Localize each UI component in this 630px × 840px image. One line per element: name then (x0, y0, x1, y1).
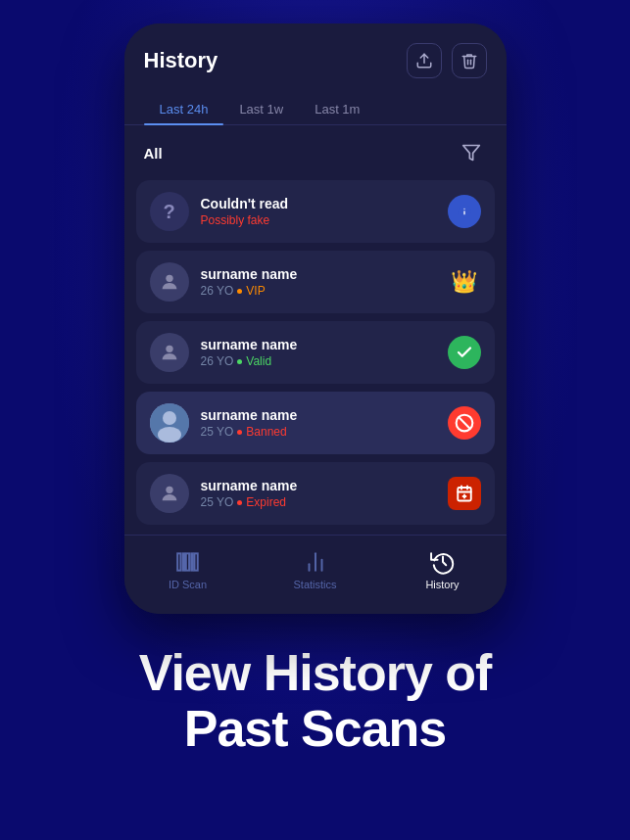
banned-icon (455, 413, 474, 433)
scan-name-4: surname name (201, 407, 298, 423)
scan-name-1: Couldn't read (201, 196, 289, 211)
svg-rect-20 (182, 553, 184, 570)
person-icon-3 (159, 342, 180, 363)
svg-rect-23 (194, 553, 197, 570)
status-icon-5 (448, 477, 481, 510)
scan-name-5: surname name (201, 478, 298, 493)
scan-status-4: Banned (246, 425, 286, 439)
filter-label: All (144, 145, 163, 162)
scan-status-3: Valid (246, 354, 271, 368)
svg-rect-21 (185, 553, 188, 570)
scan-item-2[interactable]: surname name 26 YO VIP 👑 (136, 251, 495, 313)
scan-item-5[interactable]: surname name 25 YO Expired (136, 462, 495, 525)
person-icon-5 (159, 483, 180, 504)
status-icon-4 (448, 406, 481, 440)
status-icon-1 (448, 195, 481, 228)
scan-item-4[interactable]: surname name 25 YO Banned (136, 392, 495, 454)
scan-status-5: Expired (246, 495, 286, 509)
nav-label-id-scan: ID Scan (169, 579, 207, 590)
svg-point-9 (158, 427, 181, 443)
nav-label-statistics: Statistics (293, 579, 336, 590)
svg-point-12 (166, 487, 172, 493)
nav-label-history: History (425, 579, 459, 590)
svg-point-6 (166, 346, 172, 352)
expired-icon (456, 485, 473, 502)
promo-text: View History of Past Scans (100, 645, 531, 757)
svg-rect-19 (177, 553, 180, 570)
nav-statistics[interactable]: Statistics (252, 545, 379, 594)
barcode-icon (175, 549, 201, 575)
header-icons (407, 43, 487, 78)
svg-line-11 (459, 417, 470, 429)
scan-name-2: surname name (201, 266, 298, 282)
avatar-1: ? (150, 192, 189, 231)
history-icon (430, 549, 456, 575)
upload-icon (415, 52, 433, 70)
app-header: History (124, 23, 507, 86)
page-wrapper: History (0, 0, 630, 840)
avatar-3 (150, 333, 189, 372)
filter-icon (461, 143, 481, 163)
svg-point-5 (166, 275, 172, 282)
scan-list: ? Couldn't read Possibly fake (124, 180, 507, 525)
info-icon (457, 204, 472, 219)
tab-last-24h[interactable]: Last 24h (144, 94, 224, 124)
nav-id-scan[interactable]: ID Scan (124, 545, 252, 594)
filter-button[interactable] (456, 137, 487, 168)
svg-point-8 (163, 411, 176, 425)
delete-button[interactable] (452, 43, 487, 78)
tab-last-1w[interactable]: Last 1w (223, 94, 299, 124)
scan-status-2: VIP (246, 284, 265, 298)
person-photo-icon (150, 403, 189, 443)
trash-icon (460, 52, 478, 70)
svg-rect-22 (191, 553, 193, 570)
phone-container: History (124, 23, 507, 614)
checkmark-icon (456, 344, 473, 361)
status-icon-3 (448, 336, 481, 369)
scan-item-3[interactable]: surname name 26 YO Valid (136, 321, 495, 384)
nav-history[interactable]: History (379, 545, 507, 594)
svg-marker-1 (462, 146, 479, 161)
avatar-4 (150, 403, 189, 443)
tabs-row: Last 24h Last 1w Last 1m (124, 86, 507, 125)
status-icon-2: 👑 (448, 265, 481, 299)
avatar-5 (150, 474, 189, 513)
person-icon-2 (159, 271, 180, 293)
upload-button[interactable] (407, 43, 442, 78)
promo-heading: View History of Past Scans (139, 645, 492, 757)
scan-item-1[interactable]: ? Couldn't read Possibly fake (136, 180, 495, 243)
tab-last-1m[interactable]: Last 1m (299, 94, 375, 124)
page-title: History (144, 48, 218, 73)
scan-name-3: surname name (201, 337, 298, 352)
filter-row: All (124, 125, 507, 180)
scan-status-1: Possibly fake (201, 213, 270, 227)
chart-icon (303, 549, 328, 575)
bottom-nav: ID Scan Statistics History (124, 535, 507, 614)
avatar-2 (150, 262, 189, 302)
